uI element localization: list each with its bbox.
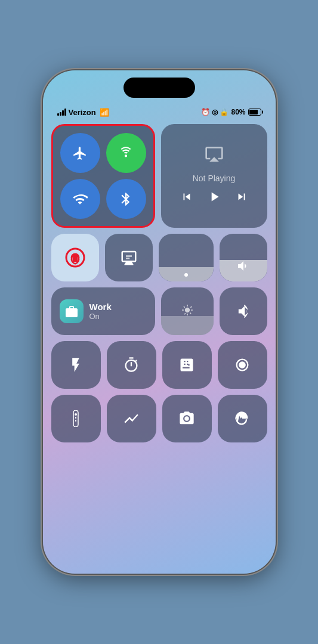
signal-bar-4 (64, 109, 66, 116)
row-connectivity-nowplaying: Not Playing (51, 124, 267, 228)
voice-memo-button[interactable] (218, 395, 267, 442)
play-button[interactable] (206, 189, 222, 208)
airplay-icon (205, 144, 224, 168)
wifi-button[interactable] (60, 179, 100, 219)
svg-point-5 (75, 413, 77, 416)
carrier-label: Verizon (69, 108, 96, 117)
calculator-button[interactable] (162, 341, 212, 389)
connectivity-block (51, 124, 155, 228)
screen-lock-button[interactable] (51, 234, 99, 281)
battery-icon (248, 109, 261, 116)
battery-percent-label: 80% (231, 108, 245, 116)
wifi-status-icon: 📶 (100, 108, 109, 117)
work-on-button[interactable]: Work On (51, 287, 155, 335)
control-center: Not Playing (51, 124, 267, 550)
sun-icon (181, 304, 193, 318)
row-extras (51, 395, 267, 442)
brightness-wide-slider[interactable] (161, 287, 214, 335)
work-title-label: Work (89, 302, 112, 312)
remote-button[interactable] (51, 395, 101, 442)
lock-icon: 🔒 (220, 108, 229, 116)
svg-rect-1 (72, 258, 78, 262)
battery-fill (249, 110, 258, 114)
signal-bar-2 (60, 112, 61, 116)
work-text: Work On (89, 302, 112, 321)
row-lock-mirror-brightness-volume (51, 234, 267, 281)
rewind-button[interactable] (180, 190, 193, 206)
stocks-button[interactable] (107, 395, 156, 442)
row-work-brightness-volume: Work On (51, 287, 267, 335)
status-right: ⏰ ◎ 🔒 80% (201, 108, 261, 116)
now-playing-label: Not Playing (193, 174, 236, 183)
cellular-data-button[interactable] (106, 133, 146, 173)
row-utilities (51, 341, 267, 389)
now-playing-widget: Not Playing (161, 124, 267, 228)
bluetooth-button[interactable] (106, 179, 146, 219)
volume-icon (236, 259, 251, 277)
dynamic-island (124, 78, 195, 98)
brightness-slider[interactable] (159, 234, 214, 281)
media-controls (180, 189, 248, 208)
battery-container (248, 109, 261, 116)
airplane-mode-button[interactable] (60, 133, 100, 173)
signal-bar-3 (62, 110, 64, 116)
svg-point-3 (239, 361, 246, 369)
screen-mirror-button[interactable] (105, 234, 153, 281)
status-icons: ⏰ ◎ 🔒 (201, 108, 229, 116)
camera-button[interactable] (162, 395, 212, 442)
fast-forward-button[interactable] (235, 190, 248, 206)
status-left: Verizon 📶 (57, 108, 109, 117)
alarm-icon: ⏰ (201, 108, 210, 116)
work-avatar-icon (60, 299, 84, 323)
signal-bar-1 (57, 113, 59, 116)
signal-bars (57, 109, 66, 116)
screen-record-button[interactable] (218, 341, 267, 389)
svg-rect-6 (75, 417, 76, 419)
volume-control-button[interactable] (220, 287, 267, 335)
timer-button[interactable] (107, 341, 156, 389)
work-subtitle-label: On (89, 312, 112, 321)
phone-frame: Verizon 📶 ⏰ ◎ 🔒 80% (43, 70, 276, 574)
brightness-wide-fill (161, 316, 214, 335)
location-icon: ◎ (212, 108, 218, 116)
flashlight-button[interactable] (51, 341, 101, 389)
svg-rect-7 (75, 420, 76, 422)
brightness-indicator (184, 273, 188, 277)
status-bar: Verizon 📶 ⏰ ◎ 🔒 80% (43, 104, 276, 120)
volume-slider[interactable] (220, 234, 267, 281)
